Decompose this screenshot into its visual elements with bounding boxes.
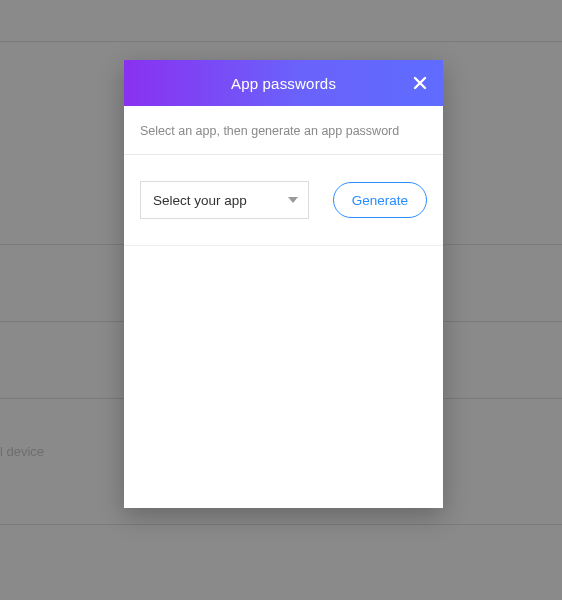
generate-button[interactable]: Generate (333, 182, 427, 218)
app-passwords-modal: App passwords Select an app, then genera… (124, 60, 443, 508)
chevron-down-icon (288, 197, 298, 203)
close-icon (412, 75, 428, 91)
modal-content-area (124, 246, 443, 508)
modal-header: App passwords (124, 60, 443, 106)
app-select[interactable]: Select your app (140, 181, 309, 219)
modal-controls-row: Select your app Generate (124, 155, 443, 246)
background-text-fragment: l device (0, 444, 44, 459)
generate-button-label: Generate (352, 193, 408, 208)
app-select-value: Select your app (153, 193, 247, 208)
modal-title: App passwords (231, 75, 336, 92)
modal-subtitle: Select an app, then generate an app pass… (124, 106, 443, 155)
close-button[interactable] (405, 68, 435, 98)
